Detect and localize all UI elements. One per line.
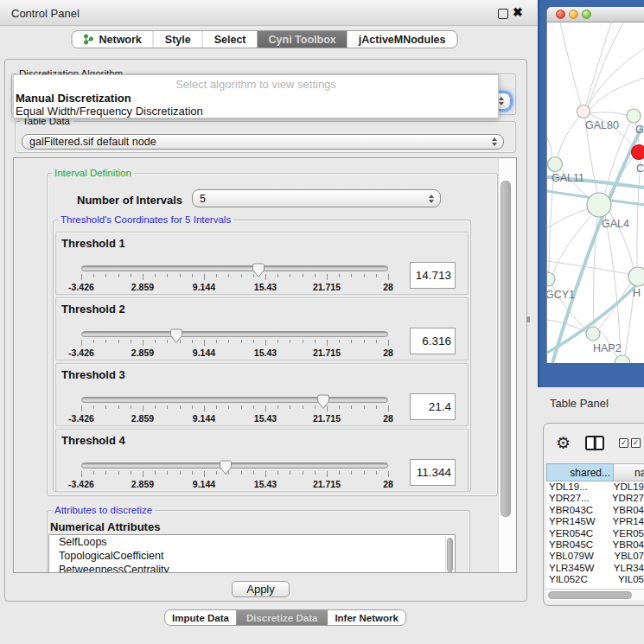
tick [118,340,119,343]
table-hscrollbar[interactable] [546,589,644,600]
tab-label: Infer Network [335,613,399,623]
node-label: GAL80 [585,119,619,131]
table-row[interactable]: YER054CYER05 [546,528,644,539]
close-traffic-light[interactable] [556,10,565,19]
threshold-value-field[interactable]: 21.4 [410,393,456,420]
combo-arrows-icon [429,194,434,203]
attribute-item[interactable]: BetweennessCentrality [49,563,455,573]
apply-button[interactable]: Apply [232,581,290,597]
threshold-value-field[interactable]: 6.316 [410,328,456,354]
zoom-traffic-light[interactable] [582,10,591,19]
pane-scrollbar[interactable] [498,158,517,573]
tab-select[interactable]: Select [202,31,258,48]
network-node-gal11[interactable] [548,157,563,172]
threshold-value-field[interactable]: 11.344 [410,459,456,486]
gear-icon[interactable]: ⚙ [556,433,571,453]
tick [167,471,168,475]
slider-track[interactable] [81,397,388,403]
tab-impute-data[interactable]: Impute Data [165,610,236,625]
popup-item-equal-width-frequency-discretization[interactable]: Equal Width/Frequency Discretization [14,105,498,118]
tick [81,405,82,411]
attribute-item[interactable]: SelfLoops [49,535,455,549]
tab-jactivemnodules[interactable]: jActiveMNodules [348,31,457,48]
float-window-icon[interactable] [498,9,508,19]
tick [315,405,316,409]
network-node-node[interactable] [615,355,630,363]
tick [228,274,229,277]
tick [339,340,340,343]
tab-style[interactable]: Style [153,31,202,48]
table-row[interactable]: YBR045CYBR04 [546,539,644,551]
combo-value: galFiltered.sif default node [29,136,156,148]
popup-item-manual-discretization[interactable]: Manual Discretization [14,92,498,105]
table-row[interactable]: YDR27...YDR27 [546,493,644,504]
network-node-c[interactable] [632,145,644,160]
tick [105,471,106,475]
tick [81,340,82,346]
tick [192,471,193,475]
table-row[interactable]: YPR145WYPR14 [546,516,644,527]
network-node-gal80[interactable] [577,105,590,118]
minimize-traffic-light[interactable] [569,10,578,19]
split-view-icon[interactable] [585,436,604,450]
tick [143,471,143,477]
slider-track[interactable] [81,462,388,469]
tick [180,274,181,277]
tab-network[interactable]: Network [72,31,152,48]
network-node-gcy1[interactable] [547,272,555,286]
tab-infer-network[interactable]: Infer Network [328,610,405,625]
network-edge [605,215,621,355]
tick [277,405,278,409]
tab-cyni-toolbox[interactable]: Cyni Toolbox [258,31,348,48]
tick [303,274,303,277]
network-node-gal4[interactable] [587,193,611,217]
slider-thumb[interactable] [252,263,265,278]
tick [339,405,340,409]
network-canvas[interactable]: GAL80GACGAL11GAL4GCY1HHAP2 [547,22,644,363]
slider-thumb[interactable] [219,460,233,475]
checkbox-icon[interactable]: ✓ [619,438,628,448]
column-header-shared-name[interactable]: shared... [546,463,614,481]
numerical-attributes-list[interactable]: SelfLoopsTopologicalCoefficientBetweenne… [48,534,456,573]
network-node-ga[interactable] [627,109,641,123]
table-row[interactable]: YLR345WYLR34 [546,563,644,574]
checkbox-icon[interactable]: ✓ [631,438,641,448]
list-scrollbar[interactable] [445,536,455,573]
attribute-item[interactable]: TopologicalCoefficient [49,549,455,563]
tick [180,405,181,409]
tick-label: 9.144 [193,479,215,489]
tick-label: 28 [383,282,393,292]
split-divider-grip[interactable] [526,316,530,322]
slider-track[interactable] [81,265,388,271]
tick [277,274,278,277]
table-row[interactable]: YDL19...YDL19 [546,481,644,493]
panel-title: Control Panel [11,7,80,20]
tab-discretize-data[interactable]: Discretize Data [236,610,328,625]
slider-thumb[interactable] [169,328,183,344]
network-node-hap2[interactable] [586,327,600,341]
slider-thumb[interactable] [316,394,330,410]
threshold-value-field[interactable]: 14.713 [410,262,456,289]
tick [388,471,389,477]
tick [241,405,242,409]
tick [290,405,290,409]
table-data-combo[interactable]: galFiltered.sif default node [22,134,504,150]
tick [204,274,205,280]
tick [290,274,290,277]
tick [216,340,217,343]
table-row[interactable]: YBR043CYBR04 [546,505,644,516]
network-edge [586,22,611,105]
table-row[interactable]: YIL052CYIL05 [546,574,644,585]
table-row[interactable]: YBL079WYBL07 [546,551,644,562]
algorithm-dropdown-popup: Select algorithm to view settings Manual… [13,74,499,118]
node-label: HAP2 [593,342,622,354]
num-intervals-combo[interactable]: 5 [192,189,441,207]
slider-track[interactable] [81,331,388,337]
close-icon[interactable]: ✖ [513,5,523,19]
column-header-name[interactable]: name [614,463,644,481]
tick [241,340,242,343]
node-label: C [636,163,644,175]
tick [351,471,352,475]
network-edge [637,161,641,267]
network-node-h[interactable] [628,267,644,286]
